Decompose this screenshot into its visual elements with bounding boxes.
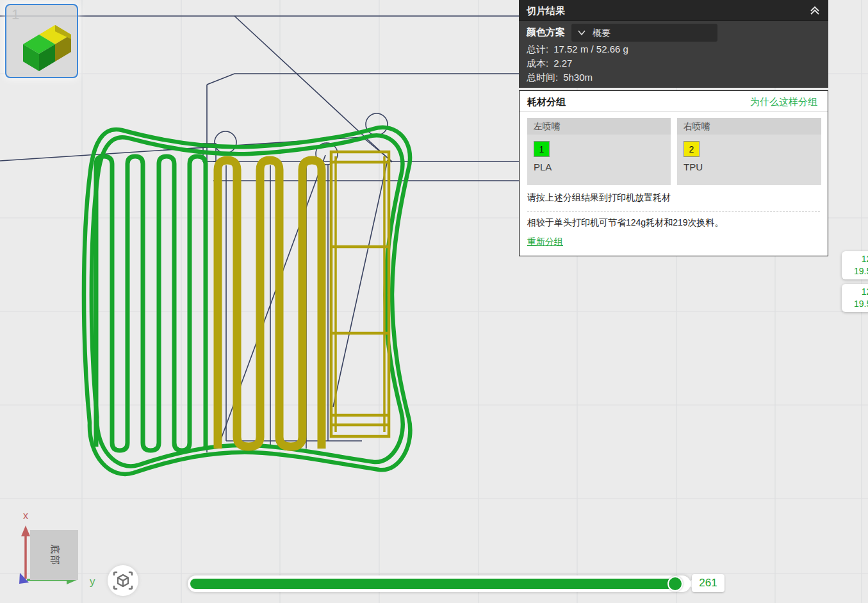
toolpath-green-infill [96, 156, 206, 450]
stat-time: 总时间:5h30m [527, 72, 593, 84]
cube-orbit-icon [108, 565, 138, 596]
color-scheme-label: 颜色方案 [527, 26, 565, 38]
filament-swatch-1: 1 [534, 141, 550, 157]
filament-swatch-2: 2 [684, 141, 700, 157]
grouping-title: 耗材分组 [527, 96, 566, 108]
chevron-down-icon [577, 29, 586, 37]
filament-stat-tooltip-1: 122 19.56 [842, 251, 868, 279]
reset-view-button[interactable] [108, 565, 138, 596]
left-nozzle-name: 左喷嘴 [527, 118, 671, 135]
right-nozzle-name: 右喷嘴 [677, 118, 821, 135]
chevron-double-up-icon [811, 7, 819, 14]
filament-grouping-panel: 耗材分组 为什么这样分组 左喷嘴 1 PLA 右喷嘴 2 TPU 请按上述分组结… [519, 90, 828, 256]
placement-instruction: 请按上述分组结果到打印机放置耗材 [527, 192, 671, 204]
stat-total: 总计:17.52 m / 52.66 g [527, 44, 628, 56]
z-axis-marker [19, 573, 29, 584]
layer-slider-handle[interactable] [667, 576, 683, 591]
layer-slider-track[interactable] [188, 575, 691, 592]
color-scheme-dropdown[interactable]: 概要 [571, 24, 717, 42]
slice-result-title: 切片结果 [527, 0, 565, 21]
why-grouping-link[interactable]: 为什么这样分组 [750, 96, 817, 108]
left-nozzle-card: 左喷嘴 1 PLA [527, 118, 671, 185]
dashed-divider [527, 211, 820, 212]
divider [520, 111, 828, 112]
slice-result-panel: 切片结果 颜色方案 概要 总计:17.52 m / 52.66 g 成本:2.2… [519, 0, 828, 88]
collapse-panel-button[interactable] [808, 4, 822, 18]
toolpath-green-perimeter [84, 128, 410, 474]
slider-value-pointer [686, 580, 692, 588]
x-axis-arrowhead [21, 525, 30, 536]
plate-preview-cubes [6, 5, 77, 77]
regroup-link[interactable]: 重新分组 [527, 236, 563, 248]
filament-stat-tooltip-2: 122 19.56 [842, 284, 868, 312]
layer-value-badge: 261 [692, 574, 725, 592]
slice-result-header: 切片结果 [519, 0, 828, 21]
color-scheme-value: 概要 [593, 24, 610, 42]
material-label-tpu: TPU [684, 161, 703, 172]
slicer-app-window: x y 1 切片结果 颜色方案 [0, 0, 868, 603]
stat-cost: 成本:2.27 [527, 58, 572, 70]
view-face-bottom[interactable]: 底部 [30, 530, 78, 580]
view-face-label: 底部 [48, 544, 60, 566]
right-nozzle-card: 右喷嘴 2 TPU [677, 118, 821, 185]
plate-thumbnail[interactable]: 1 [5, 4, 78, 78]
y-axis-label: y [90, 575, 95, 588]
layer-slider-fill [190, 579, 673, 589]
material-label-pla: PLA [534, 161, 552, 172]
x-axis-label: x [23, 510, 28, 521]
savings-note: 相较于单头打印机可节省124g耗材和219次换料。 [527, 217, 724, 229]
